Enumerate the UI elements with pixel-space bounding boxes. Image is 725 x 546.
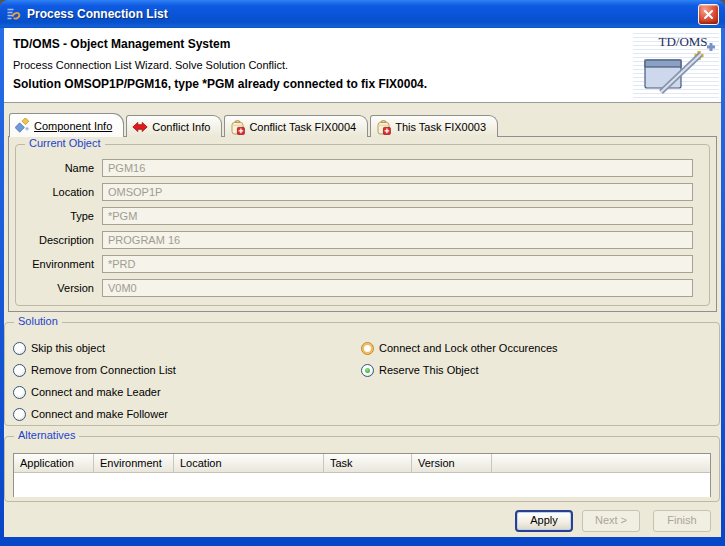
conflict-double-arrow-icon bbox=[132, 121, 148, 133]
radio-label: Connect and Lock other Occurences bbox=[379, 342, 558, 354]
wizard-header: TD/OMS - Object Management System Proces… bbox=[4, 28, 721, 103]
solution-options-right: Connect and Lock other Occurences Reserv… bbox=[361, 337, 711, 425]
next-button: Next > bbox=[582, 510, 640, 532]
field-row: Type *PGM bbox=[16, 207, 693, 225]
tab-this-task-fix0003[interactable]: This Task FIX0003 bbox=[370, 115, 498, 137]
tab-label: Component Info bbox=[34, 120, 112, 132]
radio-icon bbox=[13, 408, 26, 421]
current-object-group-label: Current Object bbox=[25, 137, 105, 149]
window-title: Process Connection List bbox=[27, 7, 168, 21]
logo-text: TD/OMS bbox=[658, 34, 707, 49]
alternatives-group-label: Alternatives bbox=[14, 429, 79, 441]
field-row: Description PROGRAM 16 bbox=[16, 231, 693, 249]
tab-label: This Task FIX0003 bbox=[395, 121, 486, 133]
header-conflict-message: Solution OMSOP1P/PGM16, type *PGM alread… bbox=[13, 77, 427, 91]
solution-options: Skip this object Remove from Connection … bbox=[13, 337, 711, 425]
description-field: PROGRAM 16 bbox=[102, 231, 693, 249]
current-object-group: Current Object Name PGM16 Location OMSOP… bbox=[15, 144, 710, 306]
version-field: V0M0 bbox=[102, 279, 693, 297]
process-connection-list-window: Process Connection List TD/OMS - Object … bbox=[0, 0, 725, 546]
name-field: PGM16 bbox=[102, 159, 693, 177]
solution-options-left: Skip this object Remove from Connection … bbox=[13, 337, 361, 425]
radio-icon bbox=[13, 386, 26, 399]
dialog-body: TD/OMS - Object Management System Proces… bbox=[4, 28, 721, 537]
version-field-label: Version bbox=[16, 282, 102, 294]
component-info-panel: Current Object Name PGM16 Location OMSOP… bbox=[8, 136, 717, 312]
field-row: Environment *PRD bbox=[16, 255, 693, 273]
column-header-environment[interactable]: Environment bbox=[94, 454, 174, 473]
button-row: Apply Next > Finish bbox=[515, 510, 711, 532]
current-object-fields: Name PGM16 Location OMSOP1P Type *PGM De… bbox=[16, 159, 709, 303]
type-field: *PGM bbox=[102, 207, 693, 225]
radio-icon bbox=[13, 342, 26, 355]
header-title: TD/OMS - Object Management System bbox=[13, 37, 230, 51]
radio-label: Connect and make Leader bbox=[31, 386, 161, 398]
alternatives-table: Application Environment Location Task Ve… bbox=[13, 453, 711, 497]
field-row: Version V0M0 bbox=[16, 279, 693, 297]
finish-button: Finish bbox=[653, 510, 711, 532]
field-row: Name PGM16 bbox=[16, 159, 693, 177]
environment-field: *PRD bbox=[102, 255, 693, 273]
radio-connect-and-lock-other-occurences[interactable]: Connect and Lock other Occurences bbox=[361, 337, 711, 359]
window-and-wand-logo-icon: TD/OMS bbox=[633, 30, 719, 100]
name-field-label: Name bbox=[16, 162, 102, 174]
radio-label: Connect and make Follower bbox=[31, 408, 168, 420]
close-button[interactable] bbox=[698, 4, 719, 25]
tab-bar: Component Info Conflict Info bbox=[8, 112, 716, 136]
tab-label: Conflict Task FIX0004 bbox=[249, 121, 356, 133]
tab-conflict-info[interactable]: Conflict Info bbox=[126, 115, 222, 137]
solution-group: Solution Skip this object Remove from Co… bbox=[4, 322, 720, 426]
task-jar-error-icon bbox=[230, 119, 245, 135]
alternatives-group: Alternatives Application Environment Loc… bbox=[4, 436, 720, 502]
description-field-label: Description bbox=[16, 234, 102, 246]
apply-button[interactable]: Apply bbox=[515, 510, 573, 532]
location-field-label: Location bbox=[16, 186, 102, 198]
environment-field-label: Environment bbox=[16, 258, 102, 270]
column-header-location[interactable]: Location bbox=[174, 454, 324, 473]
title-bar[interactable]: Process Connection List bbox=[0, 0, 725, 28]
radio-skip-this-object[interactable]: Skip this object bbox=[13, 337, 361, 359]
radio-connect-and-make-follower[interactable]: Connect and make Follower bbox=[13, 403, 361, 425]
radio-connect-and-make-leader[interactable]: Connect and make Leader bbox=[13, 381, 361, 403]
column-header-task[interactable]: Task bbox=[324, 454, 412, 473]
field-row: Location OMSOP1P bbox=[16, 183, 693, 201]
radio-label: Skip this object bbox=[31, 342, 105, 354]
close-x-icon bbox=[703, 9, 714, 20]
solution-group-label: Solution bbox=[14, 315, 62, 327]
radio-icon bbox=[361, 364, 374, 377]
radio-icon bbox=[13, 364, 26, 377]
radio-label: Remove from Connection List bbox=[31, 364, 176, 376]
alternatives-table-header: Application Environment Location Task Ve… bbox=[14, 454, 710, 473]
alternatives-table-body-empty bbox=[14, 473, 710, 497]
sparkle-diamonds-icon bbox=[15, 118, 30, 133]
wizard-list-icon bbox=[6, 6, 22, 22]
tab-component-info[interactable]: Component Info bbox=[9, 113, 124, 137]
type-field-label: Type bbox=[16, 210, 102, 222]
radio-remove-from-connection-list[interactable]: Remove from Connection List bbox=[13, 359, 361, 381]
tab-label: Conflict Info bbox=[152, 121, 210, 133]
radio-reserve-this-object[interactable]: Reserve This Object bbox=[361, 359, 711, 381]
location-field: OMSOP1P bbox=[102, 183, 693, 201]
radio-label: Reserve This Object bbox=[379, 364, 478, 376]
column-header-version[interactable]: Version bbox=[412, 454, 492, 473]
header-subtitle: Process Connection List Wizard. Solve So… bbox=[13, 59, 288, 71]
tab-conflict-task-fix0004[interactable]: Conflict Task FIX0004 bbox=[224, 115, 368, 137]
tdoms-logo: TD/OMS bbox=[633, 30, 719, 100]
column-header-filler bbox=[492, 454, 710, 473]
column-header-application[interactable]: Application bbox=[14, 454, 94, 473]
task-jar-error-icon bbox=[376, 119, 391, 135]
radio-icon bbox=[361, 342, 374, 355]
